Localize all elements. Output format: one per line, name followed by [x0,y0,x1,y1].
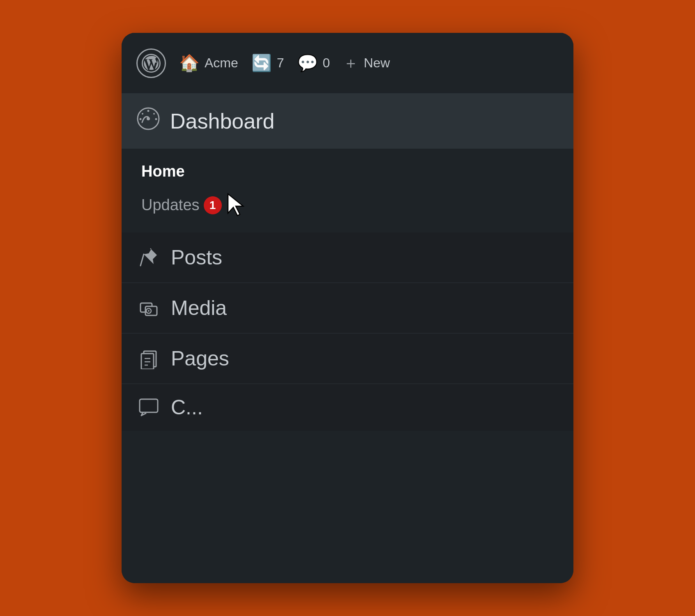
sidebar-item-media[interactable]: Media [122,283,573,333]
comments-partial-label: C... [171,395,203,419]
site-home-button[interactable]: 🏠 Acme [179,53,238,73]
updates-count: 7 [277,55,284,71]
admin-bar: 🏠 Acme 🔄 7 💬 0 ＋ New [122,33,573,94]
new-label: New [364,55,390,71]
add-icon: ＋ [343,53,359,74]
sidebar-item-dashboard[interactable]: Dashboard [122,94,573,149]
sidebar-item-pages[interactable]: Pages [122,333,573,384]
comments-nav-icon [136,397,161,418]
sidebar-item-updates[interactable]: Updates 1 [141,186,573,224]
sidebar: Dashboard Home Updates 1 [122,94,573,583]
sidebar-item-posts[interactable]: Posts [122,232,573,283]
new-content-button[interactable]: ＋ New [343,53,390,74]
svg-point-6 [142,113,143,115]
media-icon [136,297,161,319]
home-label: Home [141,163,185,180]
wordpress-logo-icon [136,48,166,78]
svg-point-7 [153,113,155,115]
svg-point-4 [155,118,157,120]
posts-label: Posts [171,246,222,269]
site-name: Acme [205,55,238,71]
pages-label: Pages [171,347,229,370]
dashboard-label: Dashboard [170,109,274,133]
svg-line-9 [150,248,151,249]
updates-button[interactable]: 🔄 7 [251,53,284,73]
home-icon: 🏠 [179,53,200,73]
updates-icon: 🔄 [251,53,272,73]
svg-rect-19 [140,399,158,412]
wordpress-admin-window: 🏠 Acme 🔄 7 💬 0 ＋ New [122,33,573,583]
sidebar-item-comments[interactable]: C... [122,384,573,431]
dashboard-submenu: Home Updates 1 [122,149,573,232]
media-label: Media [171,296,227,320]
posts-icon [136,247,161,268]
svg-line-8 [140,254,144,266]
sidebar-item-home[interactable]: Home [141,157,573,186]
svg-point-5 [147,110,150,112]
dashboard-icon [136,107,160,136]
updates-label: Updates [141,196,200,214]
svg-point-13 [148,310,150,312]
cursor-icon [226,192,249,218]
comments-button[interactable]: 💬 0 [297,53,330,73]
comments-count: 0 [323,55,330,71]
comments-icon: 💬 [297,53,318,73]
updates-badge: 1 [204,196,222,214]
pages-icon [136,348,161,369]
wp-logo-button[interactable] [136,48,166,78]
svg-point-3 [140,118,142,120]
main-nav: Posts Media [122,232,573,431]
